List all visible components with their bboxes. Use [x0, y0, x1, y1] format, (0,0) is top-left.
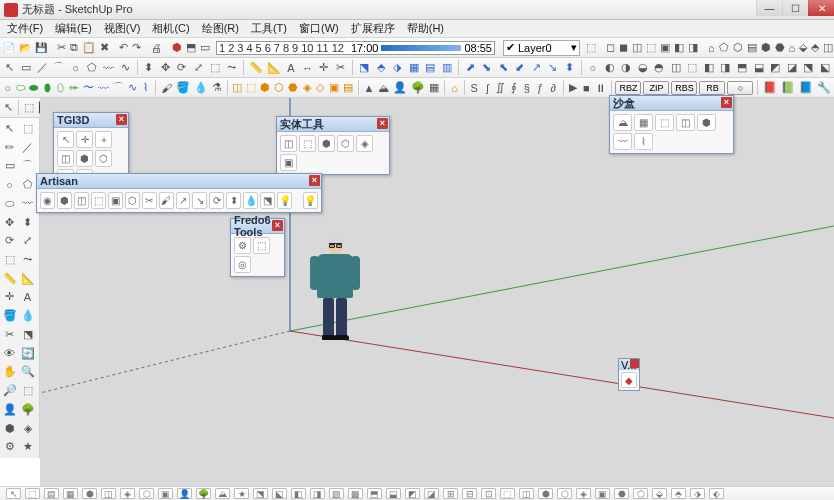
script-tool[interactable]: ∫: [482, 79, 493, 96]
shape-tool[interactable]: ○: [586, 59, 601, 76]
arrow-tool[interactable]: ⬊: [479, 59, 494, 76]
format-button-zip[interactable]: ZIP: [643, 81, 669, 95]
left-tool[interactable]: ✥: [1, 214, 18, 231]
curve-tool[interactable]: ⌒: [112, 79, 125, 96]
left-tool[interactable]: 🔎: [1, 382, 18, 399]
curve-tool[interactable]: ⬰: [68, 79, 80, 96]
file-button[interactable]: [34, 39, 48, 56]
style-button[interactable]: ◧: [673, 39, 685, 56]
style-button[interactable]: ◫: [631, 39, 643, 56]
left-tool[interactable]: ⬚: [19, 382, 36, 399]
shape-tool[interactable]: ⬚: [685, 59, 700, 76]
scene-tool[interactable]: ⛰: [377, 79, 390, 96]
section-tool[interactable]: ▥: [439, 59, 454, 76]
palette-tgi3d-title[interactable]: TGI3D×: [54, 113, 128, 128]
palette-button[interactable]: 🖌: [159, 192, 174, 209]
menu-item[interactable]: 帮助(H): [402, 20, 449, 37]
shape-tool[interactable]: ◑: [619, 59, 634, 76]
curve-tool[interactable]: ○: [2, 79, 13, 96]
palette-button[interactable]: ▣: [108, 192, 123, 209]
format-button-rbs[interactable]: RBS: [671, 81, 697, 95]
left-tool[interactable]: ○: [1, 176, 18, 193]
style-button[interactable]: ◨: [687, 39, 699, 56]
bottom-button[interactable]: ▩: [348, 488, 363, 499]
left-tool[interactable]: 📐: [19, 270, 36, 287]
left-tool[interactable]: 🔍: [19, 363, 36, 380]
redo-button[interactable]: [131, 39, 142, 56]
section-tool[interactable]: ⬗: [390, 59, 405, 76]
style-button[interactable]: ◻: [605, 39, 616, 56]
bottom-button[interactable]: ⬢: [82, 488, 97, 499]
palette-button[interactable]: ◎: [234, 256, 251, 273]
format-button[interactable]: ○: [727, 81, 753, 95]
grid-tool[interactable]: ⬚: [23, 99, 35, 116]
view-button[interactable]: ▤: [746, 39, 758, 56]
edit-button[interactable]: 📋: [81, 39, 97, 56]
section-tool[interactable]: ▦: [406, 59, 421, 76]
view-button[interactable]: ⌂: [707, 39, 716, 56]
script-tool[interactable]: ∬: [495, 79, 506, 96]
view-button[interactable]: ⌂: [788, 39, 797, 56]
palette-button[interactable]: ⟳: [209, 192, 224, 209]
palette-button[interactable]: ✛: [76, 131, 93, 148]
left-tool[interactable]: ✛: [1, 288, 18, 305]
menu-item[interactable]: 文件(F): [2, 20, 48, 37]
bottom-button[interactable]: ★: [234, 488, 249, 499]
left-tool[interactable]: 💧: [19, 307, 36, 324]
palette-button[interactable]: ↖: [57, 131, 74, 148]
close-icon[interactable]: [630, 359, 639, 368]
scene-tool[interactable]: ▲: [362, 79, 375, 96]
file-button[interactable]: [18, 39, 32, 56]
palette-vray-title[interactable]: V...: [619, 359, 639, 370]
curve-tool[interactable]: ⬮: [42, 79, 53, 96]
bottom-button[interactable]: 👤: [177, 488, 192, 499]
edit-tool[interactable]: ⬚: [208, 59, 223, 76]
print-button[interactable]: 🖨: [150, 39, 163, 56]
view-button[interactable]: ⬢: [760, 39, 772, 56]
script-tool[interactable]: S: [469, 79, 480, 96]
shape-tool[interactable]: ⬕: [818, 59, 833, 76]
solid-tool[interactable]: ▣: [328, 79, 340, 96]
edit-button[interactable]: ⧉: [69, 39, 79, 56]
model-button[interactable]: ⬢: [171, 39, 183, 56]
window-minimize-button[interactable]: —: [756, 0, 782, 16]
script-tool[interactable]: §: [521, 79, 532, 96]
draw-tool[interactable]: ○: [68, 59, 83, 76]
play-button[interactable]: ▶: [567, 79, 578, 96]
menu-item[interactable]: 视图(V): [99, 20, 146, 37]
solid-tool[interactable]: ◇: [315, 79, 326, 96]
left-tool[interactable]: ⌒: [19, 157, 36, 174]
bottom-button[interactable]: 🌳: [196, 488, 211, 499]
solid-tool[interactable]: ⬚: [245, 79, 257, 96]
palette-button[interactable]: ⬢: [697, 114, 716, 131]
arrow-tool[interactable]: ⬍: [562, 59, 577, 76]
view-button[interactable]: ⬙: [798, 39, 808, 56]
bottom-button[interactable]: ◧: [291, 488, 306, 499]
view-button[interactable]: ⬘: [810, 39, 820, 56]
bottom-button[interactable]: ⬢: [538, 488, 553, 499]
palette-sandbox-title[interactable]: 沙盒×: [610, 96, 733, 111]
left-tool[interactable]: 👤: [1, 401, 18, 418]
style-button[interactable]: ▣: [659, 39, 671, 56]
format-button-rb[interactable]: RB: [699, 81, 725, 95]
close-icon[interactable]: ×: [116, 114, 127, 125]
paint-tool[interactable]: ⚗: [211, 79, 223, 96]
house-tool[interactable]: ⌂: [449, 79, 460, 96]
palette-button[interactable]: 〰: [613, 133, 632, 150]
left-tool[interactable]: ★: [19, 438, 36, 455]
script-tool[interactable]: ∂: [548, 79, 559, 96]
bottom-button[interactable]: ◨: [310, 488, 325, 499]
palette-sandbox[interactable]: 沙盒× ⛰▦⬚◫⬢〰⌇: [609, 95, 734, 154]
draw-tool[interactable]: ∿: [118, 59, 133, 76]
measure-tool[interactable]: 📏: [248, 59, 264, 76]
left-tool[interactable]: 🪣: [1, 307, 18, 324]
undo-button[interactable]: [118, 39, 129, 56]
menu-item[interactable]: 工具(T): [246, 20, 292, 37]
palette-button[interactable]: ◫: [676, 114, 695, 131]
left-tool[interactable]: ▭: [1, 157, 18, 174]
draw-tool[interactable]: ／: [35, 59, 50, 76]
scene-tool[interactable]: ▦: [428, 79, 440, 96]
menu-item[interactable]: 扩展程序: [346, 20, 400, 37]
doc-tool[interactable]: 📕: [762, 79, 778, 96]
measure-tool[interactable]: ↔: [300, 59, 315, 76]
